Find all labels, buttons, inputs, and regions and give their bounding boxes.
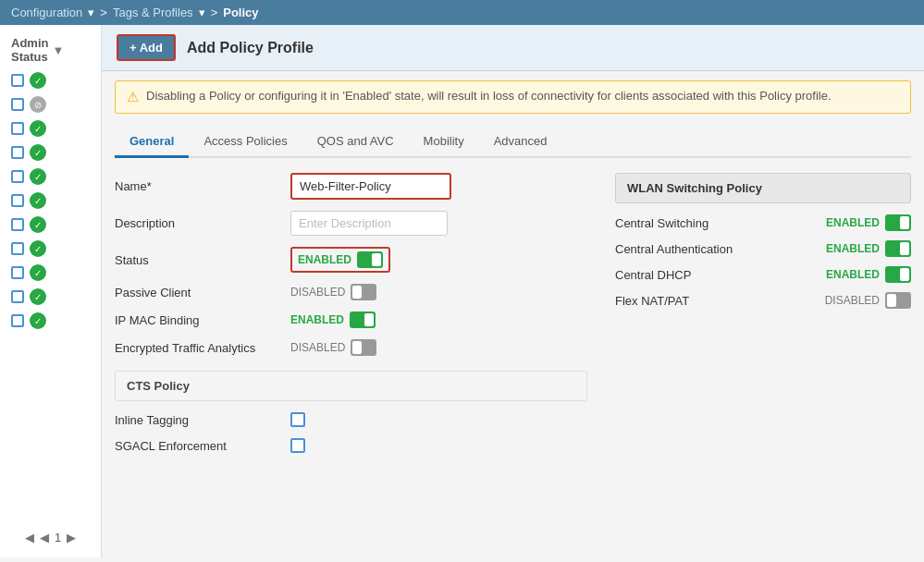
- tab-mobility[interactable]: Mobility: [409, 127, 479, 158]
- row-checkbox[interactable]: [11, 242, 24, 255]
- sidebar-header: AdminStatus ▼: [4, 32, 97, 67]
- wlan-title: WLAN Switching Policy: [615, 173, 911, 203]
- status-badge: ✓: [30, 192, 46, 209]
- tab-general[interactable]: General: [115, 127, 189, 158]
- ip-mac-value: ENABLED: [290, 313, 344, 326]
- status-switch[interactable]: [357, 251, 383, 268]
- flex-nat-label: Flex NAT/PAT: [615, 294, 689, 308]
- description-input[interactable]: [290, 211, 448, 236]
- central-switching-toggle[interactable]: ENABLED: [826, 214, 911, 231]
- ip-mac-switch[interactable]: [350, 312, 376, 328]
- toggle-slider: [351, 339, 376, 356]
- tab-qos-avc[interactable]: QOS and AVC: [302, 127, 409, 158]
- name-row: Name*: [115, 173, 587, 200]
- nav-tags[interactable]: Tags & Profiles: [113, 6, 193, 19]
- status-badge: ✓: [30, 144, 46, 161]
- central-auth-value: ENABLED: [826, 242, 880, 255]
- central-dhcp-label: Central DHCP: [615, 268, 691, 282]
- prev-page-button[interactable]: ◀: [25, 531, 34, 544]
- next-page-button[interactable]: ▶: [67, 531, 76, 544]
- list-item: ✓: [4, 117, 97, 140]
- flex-nat-switch[interactable]: [885, 292, 911, 309]
- list-item: ✓: [4, 214, 97, 236]
- row-checkbox[interactable]: [11, 266, 24, 279]
- central-dhcp-toggle[interactable]: ENABLED: [826, 266, 911, 283]
- passive-client-switch[interactable]: [351, 284, 376, 300]
- status-toggle[interactable]: ENABLED: [298, 251, 383, 268]
- breadcrumb: Configuration ▾ > Tags & Profiles ▾ > Po…: [0, 0, 924, 25]
- row-checkbox[interactable]: [11, 98, 24, 111]
- list-item: ✓: [4, 189, 97, 212]
- list-item: ✓: [4, 238, 97, 260]
- passive-client-row: Passive Client DISABLED: [115, 284, 587, 300]
- filter-icon[interactable]: ▼: [52, 43, 64, 57]
- cts-section: CTS Policy: [115, 371, 587, 401]
- eta-label: Encrypted Traffic Analytics: [115, 341, 281, 355]
- status-row: Status ENABLED: [115, 247, 587, 273]
- toggle-knob: [900, 216, 909, 229]
- status-label: Status: [115, 253, 281, 267]
- row-checkbox[interactable]: [11, 314, 24, 327]
- row-checkbox[interactable]: [11, 146, 24, 159]
- warning-text: Disabling a Policy or configuring it in …: [146, 89, 832, 103]
- add-button[interactable]: + Add: [117, 34, 176, 61]
- warning-icon: ⚠: [127, 89, 139, 105]
- inline-tagging-checkbox[interactable]: [290, 412, 305, 427]
- row-checkbox[interactable]: [11, 170, 24, 183]
- pagination: ◀ ◀ 1 ▶: [4, 525, 97, 550]
- eta-switch[interactable]: [351, 339, 376, 356]
- ip-mac-toggle[interactable]: ENABLED: [290, 312, 376, 328]
- central-switching-row: Central Switching ENABLED: [615, 214, 911, 231]
- tab-advanced[interactable]: Advanced: [479, 127, 562, 158]
- central-auth-toggle[interactable]: ENABLED: [826, 240, 911, 257]
- list-item: ✓: [4, 165, 97, 188]
- central-dhcp-switch[interactable]: [885, 266, 911, 283]
- eta-toggle[interactable]: DISABLED: [290, 339, 376, 356]
- status-badge: ⊘: [30, 96, 46, 113]
- toggle-knob: [352, 286, 362, 299]
- toggle-slider: [885, 214, 911, 231]
- status-badge: ✓: [30, 264, 46, 281]
- central-switching-switch[interactable]: [885, 214, 911, 231]
- row-checkbox[interactable]: [11, 290, 24, 303]
- panel-title: Add Policy Profile: [187, 40, 314, 56]
- sgacl-checkbox[interactable]: [290, 438, 305, 453]
- toggle-slider: [885, 292, 911, 309]
- eta-row: Encrypted Traffic Analytics DISABLED: [115, 339, 587, 356]
- row-checkbox[interactable]: [11, 122, 24, 135]
- prev-page-button2[interactable]: ◀: [40, 531, 49, 544]
- flex-nat-toggle[interactable]: DISABLED: [825, 292, 911, 309]
- sgacl-row: SGACL Enforcement: [115, 438, 587, 453]
- status-badge: ✓: [30, 168, 46, 185]
- admin-status-label: AdminStatus: [11, 36, 48, 64]
- tab-access-policies[interactable]: Access Policies: [189, 127, 302, 158]
- form-right: WLAN Switching Policy Central Switching …: [615, 173, 911, 543]
- eta-value: DISABLED: [290, 341, 345, 354]
- passive-client-toggle[interactable]: DISABLED: [290, 284, 376, 300]
- nav-tags-arrow: ▾: [199, 6, 205, 19]
- name-field-wrapper: [290, 173, 451, 200]
- central-switching-value: ENABLED: [826, 216, 880, 229]
- passive-client-value: DISABLED: [290, 286, 345, 299]
- toggle-knob: [372, 253, 381, 266]
- toggle-knob: [900, 268, 909, 281]
- central-auth-switch[interactable]: [885, 240, 911, 257]
- name-input[interactable]: [292, 175, 450, 198]
- row-checkbox[interactable]: [11, 194, 24, 207]
- central-dhcp-row: Central DHCP ENABLED: [615, 266, 911, 283]
- status-value: ENABLED: [298, 253, 351, 266]
- nav-current: Policy: [223, 6, 258, 19]
- status-badge: ✓: [30, 216, 46, 233]
- nav-config-arrow: ▾: [88, 6, 94, 19]
- list-item: ✓: [4, 310, 97, 332]
- list-item: ⊘: [4, 93, 97, 116]
- nav-config[interactable]: Configuration: [11, 6, 82, 19]
- row-checkbox[interactable]: [11, 218, 24, 231]
- passive-client-label: Passive Client: [115, 286, 281, 299]
- toggle-slider: [357, 251, 383, 268]
- row-checkbox[interactable]: [11, 74, 24, 87]
- ip-mac-row: IP MAC Binding ENABLED: [115, 312, 587, 328]
- central-dhcp-value: ENABLED: [826, 268, 880, 281]
- page-number: 1: [55, 531, 61, 544]
- form-left: Name* Description Status ENABLED: [115, 173, 587, 543]
